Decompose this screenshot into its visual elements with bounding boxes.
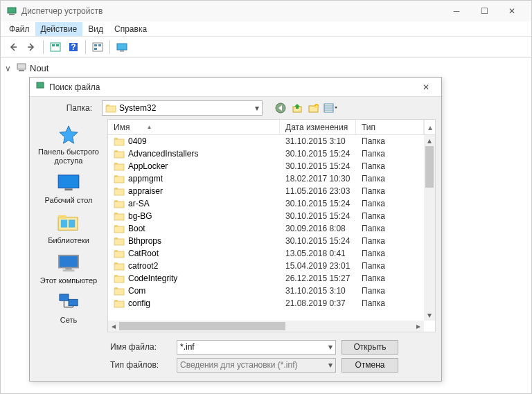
- scroll-down-icon[interactable]: ▾: [424, 310, 435, 321]
- place-network[interactable]: Сеть: [30, 292, 107, 325]
- dialog-bottom: Имя файла: *.inf ▾ Открыть Тип файлов: С…: [30, 335, 441, 381]
- file-row[interactable]: CatRoot13.05.2018 0:41Папка: [108, 247, 424, 260]
- scroll-up-icon[interactable]: ▴: [424, 135, 435, 146]
- menu-view[interactable]: Вид: [82, 22, 109, 36]
- folder-icon: [114, 174, 125, 183]
- file-type: Папка: [356, 224, 424, 233]
- scroll-thumb[interactable]: [425, 146, 434, 188]
- chevron-down-icon: ▾: [255, 103, 259, 113]
- svg-rect-11: [117, 44, 127, 50]
- expand-icon[interactable]: ∨: [5, 64, 13, 73]
- help-button[interactable]: ?: [65, 39, 82, 55]
- file-row[interactable]: appmgmt18.02.2017 10:30Папка: [108, 172, 424, 185]
- star-icon: [56, 123, 81, 145]
- nav-up-button[interactable]: [290, 101, 304, 115]
- file-row[interactable]: config21.08.2019 0:37Папка: [108, 297, 424, 310]
- toolbar-separator: [109, 40, 110, 54]
- vertical-scrollbar[interactable]: ▴ ▾: [424, 135, 435, 321]
- maximize-button[interactable]: ☐: [470, 1, 498, 21]
- folder-icon: [114, 236, 125, 246]
- folder-icon: [114, 149, 125, 159]
- file-date: 13.05.2018 0:41: [280, 249, 356, 258]
- show-hidden-button[interactable]: [47, 39, 64, 55]
- scroll-thumb[interactable]: [119, 322, 285, 330]
- file-type: Папка: [356, 186, 424, 196]
- svg-rect-32: [59, 255, 78, 267]
- scroll-right-icon[interactable]: ▸: [413, 321, 424, 332]
- file-name: appmgmt: [128, 174, 163, 183]
- svg-rect-35: [63, 269, 75, 271]
- menu-help[interactable]: Справка: [109, 22, 152, 36]
- svg-rect-46: [114, 164, 124, 170]
- tree-root-row[interactable]: ∨ Nout: [5, 60, 527, 76]
- titlebar: Диспетчер устройств ─ ☐ ✕: [1, 1, 531, 21]
- dialog-titlebar: Поиск файла ✕: [30, 78, 441, 97]
- filetype-select[interactable]: Сведения для установки (*.inf) ▾: [177, 358, 336, 373]
- back-button[interactable]: [5, 39, 21, 55]
- file-row[interactable]: bg-BG30.10.2015 15:24Папка: [108, 210, 424, 222]
- toolbar-separator: [43, 40, 44, 54]
- cancel-button[interactable]: Отмена: [342, 358, 398, 373]
- place-this-pc[interactable]: Этот компьютер: [30, 252, 107, 285]
- folder-icon: [114, 274, 125, 283]
- svg-rect-52: [114, 202, 124, 208]
- file-name: AdvancedInstallers: [128, 149, 198, 159]
- file-name: bg-BG: [128, 211, 152, 221]
- file-name: Boot: [128, 224, 145, 233]
- file-header: Имя Дата изменения Тип ▴: [108, 120, 435, 135]
- monitor-button[interactable]: [114, 39, 130, 55]
- horizontal-scrollbar[interactable]: ◂ ▸: [108, 321, 424, 332]
- scan-button[interactable]: [89, 39, 106, 55]
- scroll-up-icon[interactable]: ▴: [424, 120, 435, 134]
- open-button[interactable]: Открыть: [342, 340, 398, 355]
- file-row[interactable]: Boot30.09.2016 8:08Папка: [108, 222, 424, 235]
- window-title: Диспетчер устройств: [21, 6, 443, 16]
- menu-action[interactable]: Действие: [35, 22, 83, 36]
- svg-rect-29: [58, 215, 66, 219]
- forward-button[interactable]: [23, 39, 39, 55]
- column-type[interactable]: Тип: [356, 120, 424, 134]
- file-row[interactable]: 040931.10.2015 3:10Папка: [108, 135, 424, 147]
- place-desktop[interactable]: Рабочий стол: [30, 172, 107, 205]
- dialog-close-button[interactable]: ✕: [416, 78, 436, 96]
- file-row[interactable]: Com31.10.2015 3:10Папка: [108, 285, 424, 297]
- network-icon: [56, 292, 81, 314]
- nav-back-button[interactable]: [274, 101, 287, 115]
- svg-rect-3: [52, 44, 55, 46]
- nav-newfolder-button[interactable]: [307, 101, 321, 115]
- column-name[interactable]: Имя: [108, 120, 280, 134]
- file-row[interactable]: catroot215.04.2019 23:01Папка: [108, 260, 424, 272]
- place-libraries[interactable]: Библиотеки: [30, 212, 107, 245]
- svg-rect-60: [114, 251, 124, 258]
- folder-icon: [114, 286, 125, 296]
- column-date[interactable]: Дата изменения: [280, 120, 356, 134]
- toolbar: ?: [1, 37, 531, 57]
- nav-icons: [274, 101, 337, 115]
- folder-icon: [114, 199, 125, 208]
- nav-viewmenu-button[interactable]: [323, 101, 337, 115]
- file-row[interactable]: CodeIntegrity26.12.2015 15:27Папка: [108, 272, 424, 285]
- svg-rect-8: [94, 44, 97, 46]
- file-row[interactable]: AdvancedInstallers30.10.2015 15:24Папка: [108, 147, 424, 160]
- menu-file[interactable]: Файл: [3, 22, 35, 36]
- folder-icon: [114, 224, 125, 233]
- close-button[interactable]: ✕: [498, 1, 526, 21]
- folder-combo[interactable]: System32 ▾: [102, 100, 263, 116]
- svg-rect-58: [114, 239, 124, 245]
- file-row[interactable]: AppLocker30.10.2015 15:24Папка: [108, 160, 424, 172]
- svg-rect-7: [93, 43, 103, 51]
- file-row[interactable]: ar-SA30.10.2015 15:24Папка: [108, 197, 424, 210]
- file-type: Папка: [356, 261, 424, 271]
- minimize-button[interactable]: ─: [443, 1, 470, 21]
- place-quick-access[interactable]: Панель быстрого доступа: [30, 123, 107, 165]
- svg-rect-30: [61, 220, 67, 227]
- file-name: catroot2: [128, 261, 158, 271]
- file-name: Com: [128, 286, 145, 296]
- toolbar-separator: [85, 40, 86, 54]
- scroll-left-icon[interactable]: ◂: [108, 321, 119, 332]
- svg-rect-17: [106, 106, 116, 112]
- filename-input[interactable]: *.inf ▾: [177, 340, 336, 355]
- file-row[interactable]: appraiser11.05.2016 23:03Папка: [108, 185, 424, 197]
- file-row[interactable]: Bthprops30.10.2015 15:24Папка: [108, 235, 424, 247]
- file-name: AppLocker: [128, 161, 168, 171]
